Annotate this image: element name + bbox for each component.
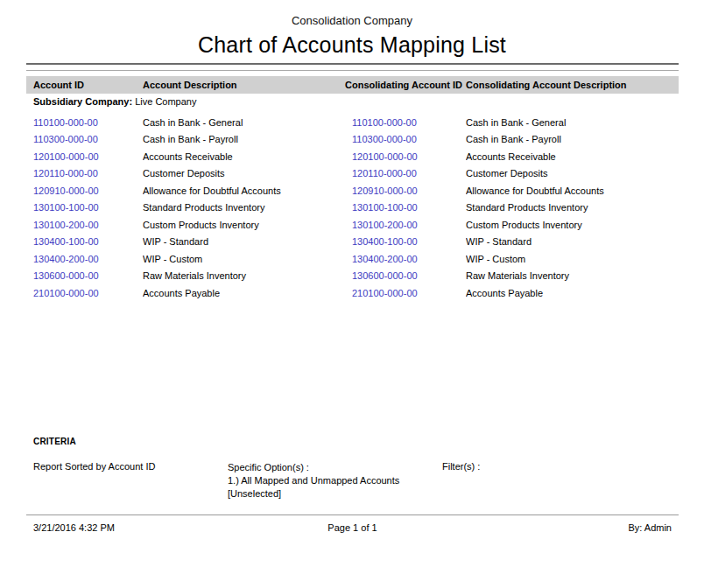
account-id-link[interactable]: 130400-100-00	[26, 236, 143, 247]
table-row: 120110-000-00 Customer Deposits 120110-0…	[26, 165, 679, 183]
account-id-link[interactable]: 120110-000-00	[26, 168, 143, 178]
account-id-link[interactable]: 110100-000-00	[26, 117, 143, 128]
account-description: Raw Materials Inventory	[143, 270, 345, 281]
account-id-link[interactable]: 210100-000-00	[26, 288, 143, 298]
consolidating-account-id-link[interactable]: 130100-100-00	[345, 202, 466, 213]
report-page: Consolidation Company Chart of Accounts …	[0, 0, 704, 588]
consolidating-account-id-link[interactable]: 130600-000-00	[345, 270, 466, 281]
consolidating-account-id-link[interactable]: 120100-000-00	[345, 151, 466, 162]
specific-options-label: Specific Option(s) :	[228, 461, 399, 474]
table-row: 130400-200-00 WIP - Custom 130400-200-00…	[26, 250, 679, 268]
column-header-account-id: Account ID	[26, 80, 143, 90]
criteria-heading: CRITERIA	[33, 437, 76, 446]
account-description: Customer Deposits	[143, 168, 345, 178]
consolidating-account-id-link[interactable]: 110300-000-00	[345, 134, 466, 144]
account-description: Custom Products Inventory	[143, 220, 345, 230]
account-id-link[interactable]: 120100-000-00	[26, 151, 143, 162]
account-description: Cash in Bank - General	[143, 117, 345, 128]
consolidating-account-id-link[interactable]: 120910-000-00	[345, 186, 466, 196]
consolidating-account-description: Standard Products Inventory	[466, 202, 679, 213]
page-title: Chart of Accounts Mapping List	[0, 32, 704, 58]
consolidating-account-description: WIP - Standard	[466, 236, 679, 247]
table-row: 130400-100-00 WIP - Standard 130400-100-…	[26, 234, 679, 251]
table-body: 110100-000-00 Cash in Bank - General 110…	[26, 114, 679, 302]
account-id-link[interactable]: 130600-000-00	[26, 270, 143, 281]
specific-option-line: [Unselected]	[228, 487, 399, 500]
table-row: 110100-000-00 Cash in Bank - General 110…	[26, 114, 679, 131]
subsidiary-group-row: Subsidiary Company: Live Company	[33, 96, 196, 107]
column-header-account-description: Account Description	[143, 80, 345, 90]
table-header-row: Account ID Account Description Consolida…	[26, 76, 679, 94]
consolidating-account-id-link[interactable]: 130400-100-00	[345, 236, 466, 247]
account-description: WIP - Custom	[143, 254, 345, 264]
table-row: 130100-200-00 Custom Products Inventory …	[26, 216, 679, 234]
account-id-link[interactable]: 120910-000-00	[26, 186, 143, 196]
consolidating-account-id-link[interactable]: 130100-200-00	[345, 220, 466, 230]
title-divider-dark	[26, 63, 679, 65]
table-row: 210100-000-00 Accounts Payable 210100-00…	[26, 284, 679, 302]
consolidating-account-description: Accounts Receivable	[466, 151, 679, 162]
table-row: 120910-000-00 Allowance for Doubtful Acc…	[26, 182, 679, 200]
account-description: Accounts Receivable	[143, 151, 345, 162]
company-name: Consolidation Company	[0, 14, 704, 27]
column-header-consolidating-account-id: Consolidating Account ID	[345, 80, 466, 90]
criteria-specific-options: Specific Option(s) : 1.) All Mapped and …	[228, 461, 399, 500]
consolidating-account-description: WIP - Custom	[466, 254, 679, 264]
account-id-link[interactable]: 130100-200-00	[26, 220, 143, 230]
subsidiary-group-label: Subsidiary Company:	[33, 96, 132, 107]
account-description: Accounts Payable	[143, 288, 345, 298]
consolidating-account-description: Cash in Bank - General	[466, 117, 679, 128]
consolidating-account-id-link[interactable]: 130400-200-00	[345, 254, 466, 264]
consolidating-account-description: Customer Deposits	[466, 168, 679, 178]
account-id-link[interactable]: 110300-000-00	[26, 134, 143, 144]
footer-divider	[26, 514, 679, 515]
table-row: 120100-000-00 Accounts Receivable 120100…	[26, 148, 679, 165]
account-id-link[interactable]: 130400-200-00	[26, 254, 143, 264]
column-header-consolidating-account-description: Consolidating Account Description	[466, 80, 679, 90]
account-description: Allowance for Doubtful Accounts	[143, 186, 345, 196]
account-description: Cash in Bank - Payroll	[143, 134, 345, 144]
consolidating-account-id-link[interactable]: 120110-000-00	[345, 168, 466, 178]
consolidating-account-id-link[interactable]: 210100-000-00	[345, 288, 466, 298]
account-description: WIP - Standard	[143, 236, 345, 247]
consolidating-account-id-link[interactable]: 110100-000-00	[345, 117, 466, 128]
account-id-link[interactable]: 130100-100-00	[26, 202, 143, 213]
consolidating-account-description: Accounts Payable	[466, 288, 679, 298]
account-description: Standard Products Inventory	[143, 202, 345, 213]
subsidiary-group-value: Live Company	[135, 96, 196, 107]
table-row: 130100-100-00 Standard Products Inventor…	[26, 200, 679, 217]
consolidating-account-description: Custom Products Inventory	[466, 220, 679, 230]
consolidating-account-description: Allowance for Doubtful Accounts	[466, 186, 679, 196]
specific-option-line: 1.) All Mapped and Unmapped Accounts	[228, 474, 399, 487]
consolidating-account-description: Cash in Bank - Payroll	[466, 134, 679, 144]
criteria-sorted-by: Report Sorted by Account ID	[33, 461, 155, 472]
table-row: 130600-000-00 Raw Materials Inventory 13…	[26, 268, 679, 285]
table-row: 110300-000-00 Cash in Bank - Payroll 110…	[26, 131, 679, 149]
consolidating-account-description: Raw Materials Inventory	[466, 270, 679, 281]
criteria-filters-label: Filter(s) :	[442, 461, 480, 472]
footer-printed-by: By: Admin	[26, 522, 679, 533]
title-divider-light	[26, 70, 679, 71]
